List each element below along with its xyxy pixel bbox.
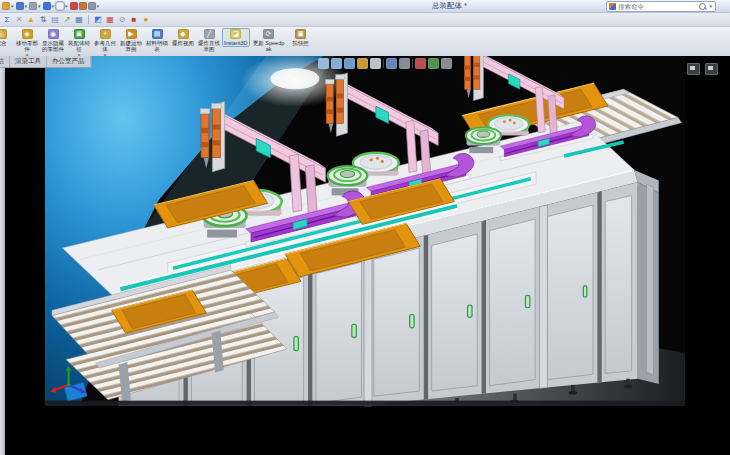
zoom-fit-icon[interactable] bbox=[318, 58, 329, 69]
ribbon-button-label: 配合 bbox=[0, 40, 12, 46]
ribbon-button[interactable]: ◪ Instant3D ▾ bbox=[222, 28, 250, 47]
ribbon-button-icon: ▣ bbox=[74, 29, 85, 39]
ribbon-button[interactable]: ╱ 爆炸直线草图 ▾ bbox=[196, 28, 222, 53]
display-style-icon[interactable] bbox=[386, 58, 397, 69]
search-dropdown-caret-icon[interactable]: ▾ bbox=[709, 4, 712, 9]
quick-access-button[interactable]: ▾ bbox=[29, 2, 42, 10]
motion-icon[interactable]: ◩ bbox=[93, 15, 103, 25]
dropdown-caret-icon[interactable]: ▾ bbox=[97, 4, 100, 9]
command-manager-ribbon: ◎ 配合 ▾ ◈ 移动零部件 ▾ ◉ 显示隐藏的零部件 ▾ ▣ 装配体特征 ▾ bbox=[0, 27, 730, 58]
separator[interactable] bbox=[88, 15, 89, 24]
print-icon bbox=[29, 2, 37, 10]
separator[interactable] bbox=[412, 59, 413, 68]
edit-appearance-icon[interactable] bbox=[415, 58, 426, 69]
cabinet-end-panel bbox=[605, 195, 631, 373]
ribbon-button-icon: ▤ bbox=[152, 29, 163, 39]
ribbon-button-icon: ◈ bbox=[22, 29, 33, 39]
ribbon-button-icon: ╱ bbox=[204, 29, 215, 39]
graphics-area[interactable]: 评估 渲染工具 办公室产品 bbox=[0, 56, 730, 455]
command-search-box[interactable]: ▾ bbox=[606, 1, 716, 12]
solidworks-logo-icon bbox=[609, 3, 616, 10]
trim-icon[interactable]: ✕ bbox=[14, 15, 24, 25]
view-orientation-icon[interactable] bbox=[370, 58, 381, 69]
dropdown-caret-icon[interactable]: ▾ bbox=[65, 4, 68, 9]
render-icon[interactable]: ● bbox=[141, 15, 151, 25]
assembly-3d-scene[interactable] bbox=[0, 56, 730, 455]
display-settings-icon[interactable]: ▦ bbox=[74, 15, 84, 25]
zoom-area-icon[interactable] bbox=[331, 58, 342, 69]
quick-access-toolbar: ▾ ▾ ▾ ▾ ▾ bbox=[2, 2, 100, 10]
bottom-strip bbox=[45, 401, 685, 406]
title-bar: ▾ ▾ ▾ ▾ ▾ bbox=[0, 0, 730, 13]
ribbon-button[interactable]: ▶ 新建运动算例 ▾ bbox=[118, 28, 144, 53]
paste-icon[interactable]: ▤ bbox=[50, 15, 60, 25]
grid-icon[interactable]: ▦ bbox=[105, 15, 115, 25]
quick-access-button[interactable]: ▾ bbox=[43, 2, 56, 10]
ribbon-button-icon: ◆ bbox=[178, 29, 189, 39]
quick-access-button[interactable]: ▾ bbox=[2, 2, 15, 10]
ribbon-button-label: 移动零部件 bbox=[16, 40, 38, 52]
ribbon-button-label: Instant3D bbox=[224, 40, 248, 46]
ribbon-button[interactable]: ◆ 爆炸视图 ▾ bbox=[170, 28, 196, 47]
ribbon-button-icon: ◪ bbox=[230, 29, 241, 39]
ribbon-button-icon: ⟳ bbox=[263, 29, 274, 39]
ribbon-button[interactable]: ◈ 移动零部件 ▾ bbox=[14, 28, 40, 58]
frame-post bbox=[646, 184, 653, 375]
ribbon-button[interactable]: ▣ 拍快照 ▾ bbox=[288, 28, 314, 47]
quick-access-button[interactable]: ▾ bbox=[16, 2, 29, 10]
ribbon-button-icon: + bbox=[100, 29, 111, 39]
ribbon-button-label: 爆炸视图 bbox=[172, 40, 194, 46]
select-cursor-icon bbox=[56, 2, 64, 10]
equations-icon[interactable]: Σ bbox=[2, 15, 12, 25]
ribbon-button[interactable]: + 参考几何体 ▾ bbox=[92, 28, 118, 58]
feature-tree-splitter[interactable] bbox=[0, 67, 5, 455]
heads-up-view-toolbar bbox=[318, 58, 452, 69]
search-input[interactable] bbox=[618, 3, 697, 10]
previous-view-icon[interactable] bbox=[344, 58, 355, 69]
quick-access-button[interactable]: ▾ bbox=[88, 2, 101, 10]
ribbon-button-label: 爆炸直线草图 bbox=[198, 40, 220, 52]
reorder-icon[interactable]: ⇅ bbox=[38, 15, 48, 25]
separator[interactable] bbox=[383, 59, 384, 68]
apply-scene-icon[interactable] bbox=[428, 58, 439, 69]
search-icon[interactable] bbox=[699, 3, 706, 10]
export-icon[interactable]: ↗ bbox=[62, 15, 72, 25]
ribbon-button[interactable]: ⟳ 更新 Speedpak ▾ bbox=[250, 28, 288, 53]
ribbon-button[interactable]: ▤ 材料明细表 ▾ bbox=[144, 28, 170, 53]
solidworks-window: ▾ ▾ ▾ ▾ ▾ bbox=[0, 0, 730, 455]
section-view-icon[interactable] bbox=[357, 58, 368, 69]
ribbon-button[interactable]: ◎ 配合 ▾ bbox=[0, 28, 14, 47]
ribbon-tab[interactable]: 渲染工具 bbox=[10, 56, 47, 67]
dropdown-caret-icon[interactable]: ▾ bbox=[25, 4, 28, 9]
ribbon-button-icon: ▶ bbox=[126, 29, 137, 39]
window-title: 总装配体 * bbox=[432, 1, 467, 11]
options-icon bbox=[88, 2, 96, 10]
warning-icon[interactable]: ▲ bbox=[26, 15, 36, 25]
ribbon-button[interactable]: ◉ 显示隐藏的零部件 ▾ bbox=[40, 28, 66, 53]
quick-access-button[interactable]: ▾ bbox=[79, 2, 87, 10]
rebuild-icon bbox=[70, 2, 78, 10]
file-properties-icon bbox=[79, 2, 87, 10]
ribbon-button-label: 装配体特征 bbox=[68, 40, 90, 52]
dropdown-caret-icon[interactable]: ▾ bbox=[11, 4, 14, 9]
swatch-icon[interactable]: ■ bbox=[129, 15, 139, 25]
view-settings-icon[interactable] bbox=[441, 58, 452, 69]
ribbon-tab[interactable]: 办公室产品 bbox=[47, 56, 91, 67]
ribbon-button[interactable]: ▣ 装配体特征 ▾ bbox=[66, 28, 92, 58]
quick-access-button[interactable]: ▾ bbox=[56, 2, 69, 10]
ribbon-button-icon: ◎ bbox=[0, 29, 7, 39]
dropdown-caret-icon[interactable]: ▾ bbox=[52, 4, 55, 9]
disable-icon[interactable]: ⊘ bbox=[117, 15, 127, 25]
ribbon-button-label: 更新 Speedpak bbox=[252, 40, 286, 52]
open-icon bbox=[2, 2, 10, 10]
dropdown-caret-icon[interactable]: ▾ bbox=[38, 4, 41, 9]
quick-access-button[interactable]: ▾ bbox=[70, 2, 78, 10]
hide-show-items-icon[interactable] bbox=[399, 58, 410, 69]
expand-panel-icon[interactable] bbox=[687, 63, 700, 75]
ribbon-button-label: 新建运动算例 bbox=[120, 40, 142, 52]
ribbon-tab[interactable]: 评估 bbox=[0, 56, 10, 67]
collapse-panel-icon[interactable] bbox=[705, 63, 718, 75]
standard-toolbar: Σ ✕ ▲ ⇅ ▤ ↗ ▦ ◩ ▦ ⊘ ■ ● bbox=[0, 13, 730, 27]
ribbon-button-icon: ◉ bbox=[48, 29, 59, 39]
ribbon-button-label: 参考几何体 bbox=[94, 40, 116, 52]
